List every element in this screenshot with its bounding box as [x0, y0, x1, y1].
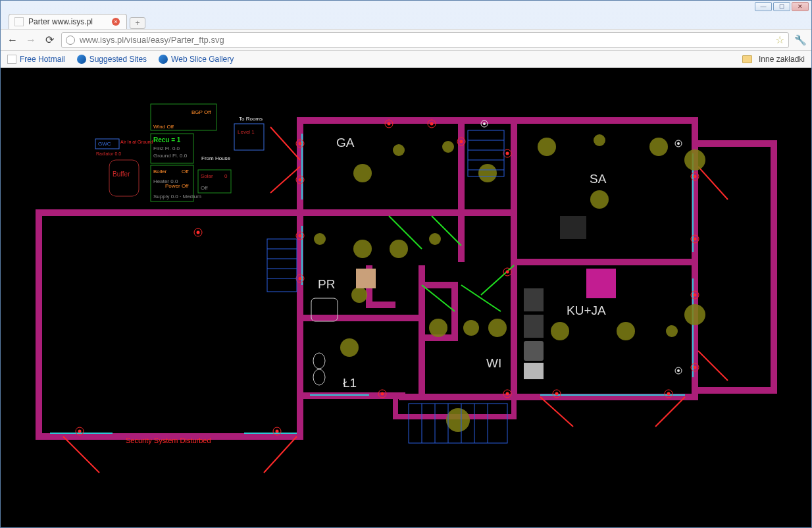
svg-rect-73 [560, 216, 586, 239]
svg-rect-69 [524, 315, 544, 338]
room-label-ga: GA [336, 136, 355, 149]
svg-point-66 [313, 353, 325, 369]
tab-strip: Parter www.isys.pl × + [1, 13, 811, 29]
bookmarks-bar: Free Hotmail Suggested Sites Web Slice G… [1, 51, 811, 68]
svg-line-14 [698, 167, 728, 199]
page-viewport[interactable]: GA SA PR Ł1 WI KU+JA Security System Dis… [1, 68, 811, 527]
svg-point-37 [429, 233, 441, 245]
svg-line-19 [655, 397, 685, 427]
svg-text:First Fl. 0.0: First Fl. 0.0 [153, 145, 180, 151]
svg-text:Recu = 1: Recu = 1 [153, 136, 181, 144]
tab-title: Parter www.isys.pl [28, 17, 93, 26]
svg-point-39 [340, 338, 359, 357]
svg-text:Boiler: Boiler [153, 169, 167, 174]
svg-line-15 [698, 351, 728, 381]
svg-point-30 [594, 134, 605, 146]
browser-tab[interactable]: Parter www.isys.pl × [9, 14, 127, 29]
svg-text:Off: Off [182, 169, 189, 174]
svg-text:To Rooms: To Rooms [239, 116, 263, 122]
svg-point-44 [617, 322, 635, 340]
bookmark-web-slice[interactable]: Web Slice Gallery [159, 55, 234, 64]
svg-point-46 [684, 304, 705, 325]
svg-line-18 [540, 397, 573, 427]
svg-point-42 [488, 319, 507, 337]
tab-favicon [14, 17, 24, 26]
svg-point-26 [393, 144, 405, 156]
svg-point-33 [590, 190, 609, 209]
svg-point-36 [390, 240, 408, 258]
svg-line-24 [481, 265, 514, 295]
folder-icon [742, 55, 752, 63]
svg-line-13 [270, 167, 300, 193]
svg-text:Heater 0.0: Heater 0.0 [153, 178, 178, 184]
svg-point-31 [649, 138, 668, 156]
site-icon [66, 36, 75, 45]
address-bar[interactable]: ☆ [61, 32, 789, 48]
svg-rect-70 [524, 341, 544, 361]
room-label-sa: SA [590, 172, 607, 186]
svg-line-22 [422, 285, 455, 311]
reload-button[interactable]: ⟳ [43, 34, 56, 47]
svg-text:BGP Off: BGP Off [191, 109, 211, 115]
room-label-l1: Ł1 [343, 376, 357, 390]
svg-text:Buffer: Buffer [113, 171, 130, 178]
other-bookmarks[interactable]: Inne zakładki [742, 55, 805, 64]
status-security: Security System Disturbed [126, 436, 211, 444]
forward-button[interactable]: → [24, 34, 38, 47]
svg-text:Supply 0.0 · Medium: Supply 0.0 · Medium [153, 194, 201, 199]
svg-line-17 [264, 436, 297, 473]
svg-point-41 [463, 320, 479, 336]
window-titlebar: — ☐ ✕ [1, 1, 811, 13]
svg-text:Radiator 0.0: Radiator 0.0 [96, 151, 121, 156]
svg-point-34 [314, 233, 326, 245]
bookmark-suggested-sites[interactable]: Suggested Sites [77, 55, 147, 64]
svg-text:0: 0 [224, 173, 228, 179]
svg-text:GWC: GWC [98, 141, 111, 147]
new-tab-button[interactable]: + [130, 17, 145, 29]
svg-text:Solar: Solar [201, 173, 213, 179]
svg-rect-71 [524, 363, 544, 379]
svg-point-27 [442, 141, 454, 153]
svg-line-12 [270, 127, 300, 160]
svg-text:Ground Fl. 0.0: Ground Fl. 0.0 [153, 153, 188, 159]
ie-icon [77, 55, 86, 64]
svg-rect-72 [586, 269, 616, 298]
svg-point-38 [351, 287, 367, 303]
tab-close-button[interactable]: × [112, 18, 120, 26]
room-label-wi: WI [486, 356, 501, 370]
svg-point-40 [429, 319, 447, 337]
floor-plan-svg: GA SA PR Ł1 WI KU+JA Security System Dis… [1, 68, 811, 527]
bookmark-free-hotmail[interactable]: Free Hotmail [7, 55, 65, 64]
svg-rect-97 [234, 124, 264, 150]
url-input[interactable] [80, 35, 771, 45]
svg-point-43 [551, 322, 569, 340]
svg-point-47 [446, 408, 470, 432]
window-maximize-button[interactable]: ☐ [773, 2, 790, 11]
svg-rect-74 [356, 269, 376, 288]
svg-point-25 [353, 164, 372, 182]
svg-point-35 [353, 240, 372, 258]
back-button[interactable]: ← [6, 34, 19, 47]
svg-line-16 [63, 436, 99, 473]
svg-text:Level 1: Level 1 [238, 129, 255, 135]
bookmark-star-icon[interactable]: ☆ [775, 34, 784, 46]
svg-text:Wind Off: Wind Off [153, 124, 174, 130]
svg-text:From House: From House [201, 155, 231, 161]
svg-rect-48 [267, 239, 297, 292]
page-icon [7, 55, 16, 64]
window-minimize-button[interactable]: — [755, 2, 772, 11]
svg-text:Air In at Ground: Air In at Ground [120, 140, 153, 144]
svg-point-32 [684, 149, 705, 171]
browser-window: — ☐ ✕ Parter www.isys.pl × + ← → ⟳ ☆ 🔧 F… [0, 0, 812, 528]
settings-wrench-icon[interactable]: 🔧 [794, 34, 806, 46]
svg-text:Off: Off [201, 185, 208, 191]
svg-rect-68 [524, 288, 544, 311]
window-close-button[interactable]: ✕ [792, 2, 809, 11]
svg-point-45 [666, 325, 678, 337]
ie-icon [159, 55, 168, 64]
svg-point-29 [538, 138, 556, 156]
svg-rect-85 [109, 160, 139, 196]
svg-line-23 [461, 285, 501, 311]
nav-toolbar: ← → ⟳ ☆ 🔧 [1, 29, 811, 51]
room-label-kuja: KU+JA [567, 304, 606, 317]
